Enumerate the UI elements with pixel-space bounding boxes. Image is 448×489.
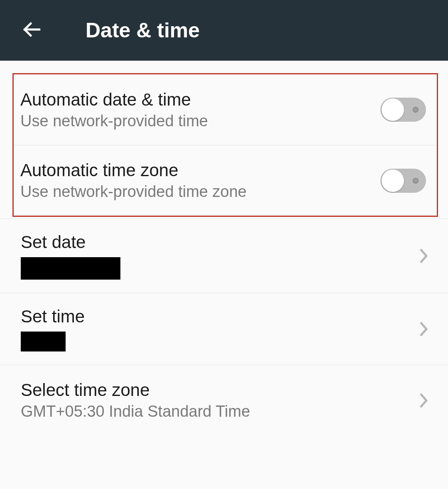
setting-text: Select time zone GMT+05:30 India Standar… <box>21 380 250 420</box>
setting-subtitle: Use network-provided time zone <box>20 183 247 201</box>
setting-subtitle: GMT+05:30 India Standard Time <box>21 403 250 420</box>
redacted-value <box>21 257 120 280</box>
settings-list: Automatic date & time Use network-provid… <box>0 61 448 435</box>
setting-text: Automatic time zone Use network-provided… <box>20 160 247 201</box>
setting-title: Automatic date & time <box>20 90 208 110</box>
toggle-knob <box>382 170 404 192</box>
setting-title: Set date <box>21 232 120 252</box>
app-header: Date & time <box>0 0 448 61</box>
page-title: Date & time <box>86 18 200 42</box>
setting-set-time[interactable]: Set time <box>0 293 448 365</box>
setting-auto-time-zone[interactable]: Automatic time zone Use network-provided… <box>14 145 437 216</box>
setting-title: Set time <box>21 307 85 327</box>
setting-title: Select time zone <box>21 380 250 400</box>
setting-text: Set time <box>21 307 85 351</box>
setting-subtitle: Use network-provided time <box>20 112 208 130</box>
setting-auto-date-time[interactable]: Automatic date & time Use network-provid… <box>14 74 437 145</box>
setting-set-date[interactable]: Set date <box>0 219 448 293</box>
arrow-left-icon <box>21 19 42 42</box>
setting-text: Automatic date & time Use network-provid… <box>20 90 208 130</box>
back-button[interactable] <box>19 18 44 43</box>
toggle-track-dot <box>413 107 419 113</box>
chevron-right-icon <box>418 246 430 266</box>
toggle-track-dot <box>413 178 419 184</box>
setting-text: Set date <box>21 232 120 280</box>
chevron-right-icon <box>418 319 430 339</box>
toggle-auto-time-zone[interactable] <box>380 169 426 193</box>
toggle-auto-date-time[interactable] <box>380 98 426 122</box>
highlighted-section: Automatic date & time Use network-provid… <box>12 73 438 217</box>
toggle-knob <box>382 98 404 121</box>
setting-select-time-zone[interactable]: Select time zone GMT+05:30 India Standar… <box>0 365 448 435</box>
chevron-right-icon <box>418 391 430 410</box>
setting-title: Automatic time zone <box>20 160 247 180</box>
redacted-value <box>21 332 66 351</box>
